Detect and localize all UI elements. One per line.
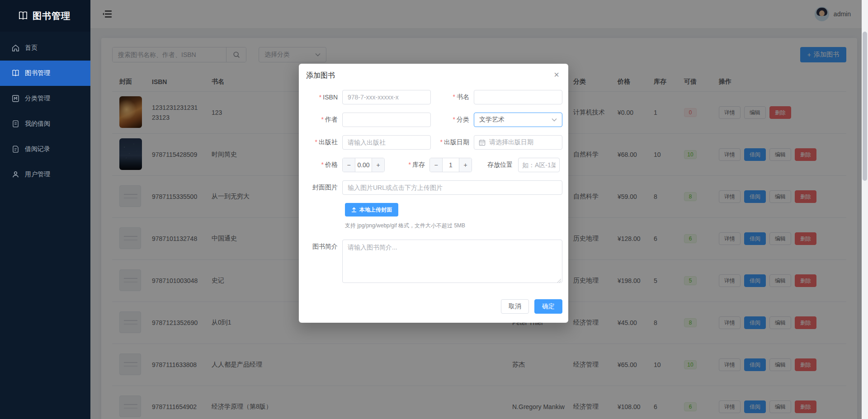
- price-stepper: − +: [342, 158, 385, 172]
- stock-stepper: − +: [429, 158, 472, 172]
- calendar-icon: [479, 139, 486, 146]
- price-field-label: *价格: [306, 161, 342, 169]
- category-icon: [12, 95, 19, 102]
- category-select[interactable]: 文学艺术: [474, 113, 562, 127]
- upload-cover-button[interactable]: 本地上传封面: [345, 203, 398, 217]
- app-logo: 图书管理: [0, 0, 90, 32]
- sidebar-item-borrow-records[interactable]: 借阅记录: [0, 137, 90, 162]
- scrollbar-track: [862, 0, 868, 419]
- required-marker: *: [315, 138, 317, 146]
- sidebar-item-my-borrowing[interactable]: 我的借阅: [0, 111, 90, 137]
- isbn-field[interactable]: [342, 90, 431, 104]
- form-row: *价格 − + *库存 − + 存放位置: [306, 158, 562, 172]
- publisher-field[interactable]: [342, 135, 431, 150]
- sidebar-item-home[interactable]: 首页: [0, 35, 90, 61]
- pubdate-field[interactable]: 请选择出版日期: [474, 135, 562, 150]
- location-field-label: 存放位置: [472, 161, 518, 169]
- intro-field-label: 图书简介: [306, 243, 342, 251]
- sidebar-item-label: 用户管理: [25, 170, 50, 179]
- required-marker: *: [321, 161, 324, 168]
- required-marker: *: [453, 116, 455, 123]
- stock-field-label: *库存: [385, 161, 429, 169]
- book-logo-icon: [18, 11, 28, 20]
- modal-footer: 取消 确定: [299, 293, 568, 323]
- sidebar-item-label: 图书管理: [25, 69, 50, 77]
- form-row: *出版社 *出版日期 请选择出版日期: [306, 135, 562, 150]
- publisher-field-label: *出版社: [306, 138, 342, 146]
- document-icon: [12, 120, 19, 127]
- increase-button[interactable]: +: [372, 158, 384, 172]
- sidebar-item-users[interactable]: 用户管理: [0, 162, 90, 187]
- upload-hint: 支持 jpg/png/webp/gif 格式，文件大小不超过 5MB: [345, 222, 562, 230]
- sidebar-item-categories[interactable]: 分类管理: [0, 86, 90, 111]
- confirm-button[interactable]: 确定: [534, 299, 562, 314]
- home-icon: [12, 44, 19, 52]
- sidebar-item-label: 我的借阅: [25, 120, 50, 128]
- form-row: *作者 *分类 文学艺术: [306, 113, 562, 127]
- close-icon[interactable]: ×: [551, 69, 562, 80]
- required-marker: *: [321, 116, 324, 123]
- upload-button-label: 本地上传封面: [359, 206, 392, 214]
- app-root: 图书管理 首页 图书管理 分类管理: [0, 0, 868, 419]
- sidebar-item-label: 借阅记录: [25, 145, 50, 153]
- intro-textarea-wrap: [342, 240, 562, 285]
- sidebar-item-books[interactable]: 图书管理: [0, 61, 90, 86]
- add-book-modal: 添加图书 × *ISBN *书名 *作者 *分类 文学艺术: [299, 64, 568, 323]
- chevron-down-icon: [552, 118, 557, 122]
- decrease-button[interactable]: −: [430, 158, 443, 172]
- scrollbar-thumb[interactable]: [863, 32, 867, 181]
- author-field[interactable]: [342, 113, 431, 127]
- cancel-button[interactable]: 取消: [501, 299, 529, 314]
- upload-row: 本地上传封面: [345, 203, 562, 217]
- form-row: 图书简介: [306, 240, 562, 285]
- form-row: 封面图片: [306, 180, 562, 195]
- required-marker: *: [319, 94, 321, 101]
- app-title: 图书管理: [33, 10, 71, 22]
- record-icon: [12, 146, 19, 153]
- modal-title: 添加图书: [306, 71, 335, 79]
- title-field[interactable]: [474, 90, 562, 104]
- intro-textarea[interactable]: [342, 240, 562, 283]
- sidebar-menu: 首页 图书管理 分类管理 我的借阅: [0, 32, 90, 187]
- category-field-label: *分类: [431, 116, 474, 124]
- cover-url-field[interactable]: [342, 180, 562, 195]
- sidebar: 图书管理 首页 图书管理 分类管理: [0, 0, 90, 419]
- user-icon: [12, 171, 19, 178]
- decrease-button[interactable]: −: [343, 158, 355, 172]
- price-value-input[interactable]: [355, 158, 372, 172]
- sidebar-item-label: 首页: [25, 44, 38, 52]
- upload-icon: [351, 207, 357, 212]
- cover-url-field-label: 封面图片: [306, 184, 342, 192]
- book-icon: [12, 70, 19, 77]
- pubdate-field-label: *出版日期: [431, 138, 474, 146]
- stock-value-input[interactable]: [443, 158, 459, 172]
- required-marker: *: [409, 161, 411, 168]
- location-field[interactable]: [518, 158, 560, 172]
- pubdate-placeholder: 请选择出版日期: [489, 138, 533, 146]
- increase-button[interactable]: +: [459, 158, 472, 172]
- author-field-label: *作者: [306, 116, 342, 124]
- title-field-label: *书名: [431, 93, 474, 101]
- category-select-value: 文学艺术: [479, 116, 505, 124]
- required-marker: *: [453, 93, 455, 100]
- sidebar-item-label: 分类管理: [25, 94, 50, 103]
- form-row: *ISBN *书名: [306, 90, 562, 104]
- isbn-field-label: *ISBN: [306, 94, 342, 101]
- required-marker: *: [440, 138, 443, 146]
- modal-body: *ISBN *书名 *作者 *分类 文学艺术 *出版社 *出版: [299, 85, 568, 285]
- modal-header: 添加图书 ×: [299, 64, 568, 85]
